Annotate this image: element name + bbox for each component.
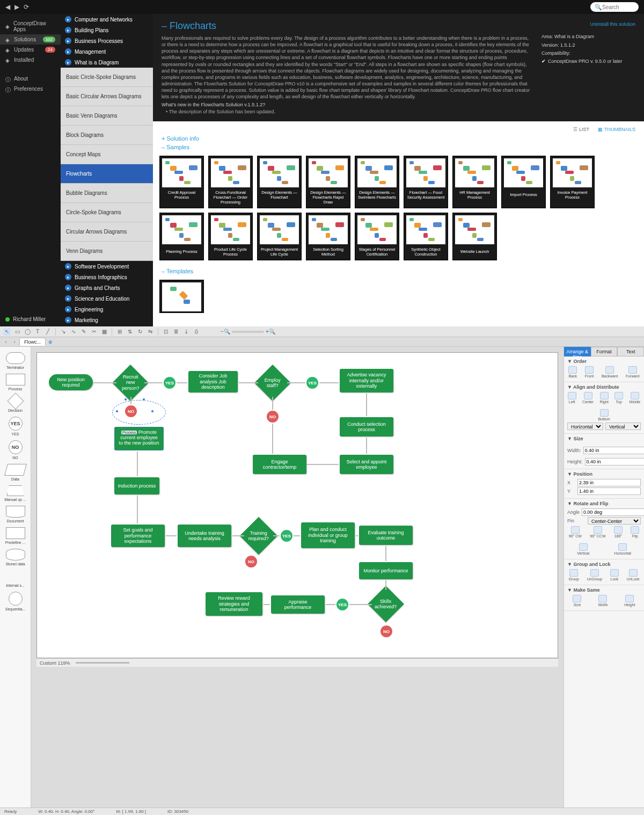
category-item[interactable]: ▸Engineering — [61, 304, 153, 315]
tab-arrange[interactable]: Arrange & Size — [564, 347, 591, 356]
panel-action[interactable]: 90° CCW — [590, 526, 605, 538]
height-input[interactable] — [585, 458, 644, 465]
sample-thumb[interactable]: Design Elements — Swimlane Flowcharts — [355, 156, 399, 208]
zoom-slider[interactable] — [232, 331, 264, 333]
curve-icon[interactable]: ∿ — [70, 328, 77, 336]
panel-action[interactable]: Flip — [631, 526, 639, 538]
sample-thumb[interactable]: Website Launch — [452, 213, 497, 260]
node-promote-selected[interactable]: Process Promote current employee to the … — [114, 427, 164, 450]
pencil-icon[interactable]: ✎ — [80, 328, 87, 336]
sample-thumb[interactable]: Cross-Functional Flowchart — Order Proce… — [208, 156, 253, 208]
node-selection[interactable]: Conduct selection process — [340, 417, 393, 436]
node-skills-decision[interactable]: Skills achieved? — [368, 586, 404, 622]
palette-shape[interactable]: Terminator — [0, 350, 31, 372]
list-view-button[interactable]: ☰LIST — [573, 127, 589, 132]
sample-thumb[interactable]: Design Elements — Flowcharts Rapid Draw — [306, 156, 350, 208]
pin-select[interactable]: Center-Center — [588, 517, 641, 525]
panel-action[interactable]: Left — [568, 392, 576, 404]
palette-shape[interactable]: Manual op ... — [0, 483, 31, 504]
canvas[interactable]: New position required Recruit new person… — [36, 352, 558, 658]
sample-thumb[interactable]: Synthetic Object Construction — [404, 213, 448, 260]
flip-icon[interactable]: ⇋ — [147, 328, 154, 336]
category-item[interactable]: ▸Building Plans — [61, 25, 153, 35]
node-job-analysis[interactable]: Consider Job analysis Job description — [188, 371, 238, 392]
ellipse-tool-icon[interactable]: ◯ — [24, 328, 31, 336]
panel-action[interactable]: Height — [624, 595, 635, 607]
node-engage[interactable]: Engage contractor/temp — [253, 455, 306, 474]
node-induction[interactable]: Induction process — [114, 477, 159, 494]
category-item[interactable]: ▸Business Processes — [61, 35, 153, 46]
nav-pref[interactable]: ⓘAbout — [0, 74, 61, 84]
sec-order[interactable]: ▼ Order — [567, 359, 641, 364]
sub-category[interactable]: Bubble Diagrams — [61, 184, 153, 203]
palette-shape[interactable]: Predefine ... — [0, 525, 31, 547]
panel-action[interactable]: Lock — [610, 569, 619, 581]
node-monitor[interactable]: Monitor performance — [359, 562, 413, 579]
palette-shape[interactable]: NONO — [0, 438, 31, 462]
rect-tool-icon[interactable]: ▭ — [13, 328, 21, 336]
category-item[interactable]: ▸Software Development — [61, 261, 153, 272]
category-item[interactable]: ▸Graphs and Charts — [61, 282, 153, 293]
node-plan-training[interactable]: Plan and conduct individual or group tra… — [301, 522, 355, 548]
tab-text[interactable]: Text — [617, 347, 644, 356]
category-item[interactable]: ▸Business Infographics — [61, 272, 153, 282]
rotate-icon[interactable]: ↻ — [136, 328, 144, 336]
sub-category[interactable]: Basic Circle-Spoke Diagrams — [61, 68, 153, 87]
sample-thumb[interactable]: Product Life Cycle Process — [208, 213, 253, 260]
category-item[interactable]: ▸What is a Diagram — [61, 57, 153, 68]
layers-icon[interactable]: ≣ — [172, 328, 180, 336]
sub-category[interactable]: Concept Maps — [61, 145, 153, 164]
panel-action[interactable]: Backward — [602, 366, 618, 378]
bucket-icon[interactable]: ▦ — [100, 328, 108, 336]
print-icon[interactable]: ⎙ — [193, 328, 200, 336]
zoom-out-icon[interactable]: −🔍 — [222, 328, 229, 336]
node-new-position[interactable]: New position required — [49, 374, 93, 390]
sub-category[interactable]: Basic Venn Diagrams — [61, 106, 153, 126]
node-review[interactable]: Review reward strategies and remuneratio… — [206, 592, 262, 616]
sample-thumb[interactable]: Planning Process — [159, 213, 204, 260]
tab-format[interactable]: Format — [591, 347, 618, 356]
palette-shape[interactable]: Data — [0, 462, 31, 483]
nav-item[interactable]: ◈Installed — [0, 55, 61, 65]
panel-action[interactable]: Horizontal — [614, 543, 631, 555]
nav-item[interactable]: ◈ConceptDraw Apps — [0, 18, 61, 34]
sub-category[interactable]: Circular Arrows Diagrams — [61, 222, 153, 242]
palette-shape[interactable]: YESYES — [0, 414, 31, 438]
tab-prev-icon[interactable]: ‹ — [2, 338, 10, 346]
x-input[interactable] — [577, 479, 641, 486]
node-appraise[interactable]: Appraise performance — [271, 595, 325, 614]
zoom-in-icon[interactable]: +🔍 — [267, 328, 274, 336]
template-thumb[interactable] — [159, 280, 204, 313]
panel-action[interactable]: Bottom — [598, 409, 610, 421]
group-icon[interactable]: ⊡ — [162, 328, 170, 336]
add-tab-icon[interactable]: ⊕ — [47, 338, 54, 346]
samples-toggle[interactable]: – Samples — [162, 144, 189, 150]
sec-group[interactable]: ▼ Group and Lock — [567, 562, 641, 567]
panel-action[interactable]: Top — [614, 392, 623, 404]
line-tool-icon[interactable]: ╱ — [44, 328, 52, 336]
sample-thumb[interactable]: Design Elements — Flowchart — [257, 156, 302, 208]
sample-thumb[interactable]: Stages of Personnel Certification — [355, 213, 399, 260]
node-recruit-decision[interactable]: Recruit new person? — [112, 365, 149, 401]
category-item[interactable]: ▸Computer and Networks — [61, 14, 153, 25]
sub-category[interactable]: Basic Circular Arrows Diagrams — [61, 87, 153, 106]
node-employ-decision[interactable]: Employ staff? — [254, 365, 291, 401]
category-item[interactable]: ▸Science and Education — [61, 293, 153, 304]
align-icon[interactable]: ⊞ — [116, 328, 123, 336]
palette-shape[interactable]: Internal s... — [0, 568, 31, 590]
panel-action[interactable]: Group — [568, 569, 579, 581]
connector-icon[interactable]: ↘ — [60, 328, 67, 336]
sec-size[interactable]: ▼ Size — [567, 436, 641, 441]
text-tool-icon[interactable]: T — [34, 328, 41, 336]
nav-item[interactable]: ◈Updates24 — [0, 45, 61, 55]
sub-category[interactable]: Block Diagrams — [61, 126, 153, 145]
node-training-needs[interactable]: Undertake training needs analysis — [178, 525, 231, 547]
zoom-value[interactable]: Custom 119% — [40, 660, 70, 666]
user-row[interactable]: Richard Miller — [0, 312, 61, 326]
thumbnails-view-button[interactable]: ▦THUMBNAILS — [598, 127, 635, 132]
panel-action[interactable]: Front — [585, 366, 594, 378]
sample-thumb[interactable]: HR Management Process — [452, 156, 497, 208]
node-training-decision[interactable]: Training required? — [240, 517, 278, 555]
horiz-select[interactable]: Horizontal — [567, 423, 603, 430]
uninstall-link[interactable]: Uninstall this solution — [541, 20, 635, 28]
